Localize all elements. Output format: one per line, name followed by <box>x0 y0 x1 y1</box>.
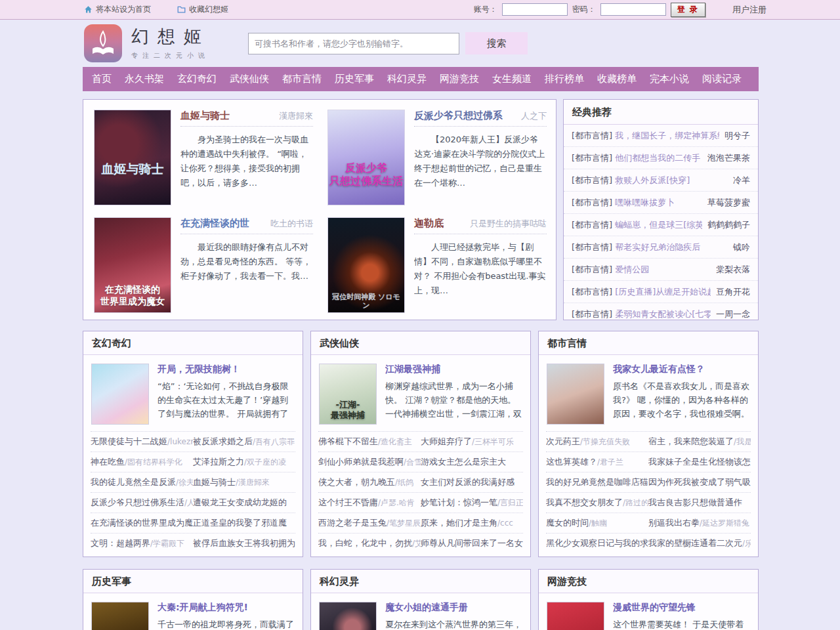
book-title-link[interactable]: 血姬与骑士 <box>180 110 230 122</box>
category-heading-link[interactable]: 武侠仙侠 <box>311 331 530 355</box>
book-link[interactable]: 我的好兄弟竟然是咖啡店猫 <box>546 476 648 488</box>
book-link[interactable]: 侠之大者，朝九晚五/纸鸽 <box>318 476 421 488</box>
site-logo[interactable] <box>84 24 122 62</box>
book-cover[interactable]: 在充满怪谈的 世界里成为魔女 <box>94 217 171 313</box>
book-title-link[interactable]: 我，继国长子，绑定神算系统 <box>615 130 719 142</box>
book-title-link[interactable]: 嘿咻嘿咻拔萝卜 <box>615 197 702 209</box>
book-cover[interactable]: 冠位时间神殿 ソロモン <box>327 217 405 313</box>
nav-item[interactable]: 科幻灵异 <box>381 67 433 91</box>
book-link[interactable]: 无限使徒与十二战姬/lukezrc <box>91 436 193 448</box>
book-link[interactable]: 因为作死我被变成了弱气吸 <box>648 476 751 488</box>
book-category: [都市言情] <box>572 152 612 164</box>
book-title-link[interactable]: 帮老实好兄弟治隐疾后 <box>615 242 728 253</box>
book-link[interactable]: 遭银龙王女变成幼龙姬的 <box>193 497 295 509</box>
book-cover[interactable]: 反派少爷 只想过佛系生活 <box>327 110 405 205</box>
book-link[interactable]: 反派少爷只想过佛系生活/人 <box>91 497 193 509</box>
book-link[interactable]: 我真不想交女朋友了/路过的 <box>546 497 648 509</box>
book-link[interactable]: 这也算英雄？/君子兰 <box>546 456 648 468</box>
book-cover[interactable]: 血姬与骑士 <box>94 110 171 205</box>
book-link[interactable]: 我家妹子全是生化怪物该怎 <box>648 456 751 468</box>
nav-item[interactable]: 女生频道 <box>486 67 538 91</box>
book-link[interactable]: 别逼我出右拳/延达罗斯猎兔 <box>648 517 751 529</box>
book-cover[interactable]: -江湖- 最强神捕 <box>319 364 377 425</box>
book-title-link[interactable]: 蝙蝠崽，但是球三[综英美] <box>615 219 702 231</box>
book-link[interactable]: 我家的壁橱连通着二次元/乐 <box>648 537 751 549</box>
book-link[interactable]: 西游之老子是玉兔/笔梦星辰 <box>318 517 421 529</box>
book-cover[interactable] <box>91 364 149 425</box>
category-heading-link[interactable]: 科幻灵异 <box>311 570 530 593</box>
book-link[interactable]: 师尊从凡间带回来了一名女 <box>421 537 523 549</box>
book-link[interactable]: 我吉良吉影只想做普通作 <box>648 497 751 509</box>
book-link[interactable]: 血姬与骑士/漢唐歸來 <box>193 476 295 488</box>
nav-item[interactable]: 都市言情 <box>276 67 328 91</box>
nav-item[interactable]: 排行榜单 <box>538 67 591 91</box>
book-title-link[interactable]: 我家女儿最近有点怪？ <box>613 364 750 375</box>
book-link[interactable]: 游戏女主怎么是宗主大 <box>421 456 523 468</box>
book-title-link[interactable]: 江湖最强神捕 <box>385 364 522 375</box>
book-cover[interactable]: 漫威世界的 守望先锋 <box>547 602 604 630</box>
book-title-link[interactable]: 反派少爷只想过佛系 <box>414 110 503 122</box>
bookmark-site-link[interactable]: 收藏幻想姬 <box>177 4 228 15</box>
book-title-link[interactable]: 开局，无限技能树！ <box>158 364 295 375</box>
book-link[interactable]: 黑化少女观察日记与我的求 <box>546 537 648 549</box>
book-title-link[interactable]: 在充满怪谈的世 <box>180 217 249 230</box>
password-input[interactable] <box>600 3 666 16</box>
category-panel: 都市言情 我家女儿最近有点怪？ 原书名《不是喜欢我女儿，而是喜欢我?》 嗯，你懂… <box>538 331 759 557</box>
nav-item[interactable]: 完本小说 <box>643 67 696 91</box>
account-input[interactable] <box>502 3 568 16</box>
book-title: 无限使徒与十二战姬 <box>91 436 167 446</box>
nav-item[interactable]: 武侠仙侠 <box>223 67 276 91</box>
nav-item[interactable]: 永久书架 <box>118 67 171 91</box>
book-link[interactable]: 大师姐弃疗了/三杯半可乐 <box>421 436 523 448</box>
book-list-row: 我的徒儿竟然全是反派/徐夫 血姬与骑士/漢唐歸來 <box>91 472 295 492</box>
register-link[interactable]: 用户注册 <box>732 4 766 16</box>
book-link[interactable]: 我的徒儿竟然全是反派/徐夫 <box>91 476 193 488</box>
category-featured-book: 开局，无限技能树！ “焰”：‘无论如何，不挑战自身极限的生命实在太过太无趣了！’… <box>83 355 303 431</box>
cover-title-text: -江湖- 最强神捕 <box>321 400 375 421</box>
nav-item[interactable]: 收藏榜单 <box>591 67 643 91</box>
nav-item[interactable]: 历史军事 <box>328 67 381 91</box>
book-title-link[interactable]: 迦勒底 <box>414 217 444 230</box>
book-cover[interactable]: 大秦:开局 献上狗符咒 <box>91 602 149 630</box>
book-title-link[interactable]: 漫威世界的守望先锋 <box>613 602 750 614</box>
book-cover[interactable] <box>547 364 604 425</box>
book-link[interactable]: 剑仙小师弟就是我惹啊/合雪 <box>318 456 421 468</box>
book-title-link[interactable]: 柔弱知青女配被读心[七零] <box>615 308 711 320</box>
book-link[interactable]: 被反派求婚之后/吾有八宗罪 <box>193 436 295 448</box>
book-link[interactable]: 宿主，我来陪您装逼了/我是 <box>648 436 751 448</box>
book-title-link[interactable]: 他们都想当我的二传手 <box>615 152 702 164</box>
book-link[interactable]: 这个纣王不昏庸/卢瑟.哈肯 <box>318 497 421 509</box>
nav-item[interactable]: 首页 <box>85 67 118 91</box>
book-title-link[interactable]: [历史直播]从缠足开始说起 <box>615 286 711 298</box>
book-title-link[interactable]: 魔女小姐的速通手册 <box>385 602 522 614</box>
category-heading-link[interactable]: 历史军事 <box>83 570 303 593</box>
book-link[interactable]: 原来，她们才是主角/ccc <box>421 517 523 529</box>
book-link[interactable]: 妙笔计划：惊鸿一笔/言归正 <box>421 497 523 509</box>
book-link[interactable]: 我，白蛇，化龙中，勿扰/艾 <box>318 537 421 549</box>
book-description: 原书名《不是喜欢我女儿，而是喜欢我?》 嗯，你懂的，因为各种各样的原因，要改个名… <box>613 380 750 421</box>
book-link[interactable]: 佛爷棍下不留生/造化斋主 <box>318 436 421 448</box>
book-link[interactable]: 在充满怪谈的世界里成为魔 <box>91 517 193 529</box>
category-heading-link[interactable]: 玄幻奇幻 <box>83 331 303 355</box>
book-link[interactable]: 艾泽拉斯之力/双子座的凌 <box>193 456 295 468</box>
book-title-link[interactable]: 救赎人外反派[快穿] <box>615 175 728 186</box>
book-link[interactable]: 魔女的时间/触幽 <box>546 517 648 529</box>
login-button[interactable]: 登 录 <box>671 3 705 17</box>
book-link[interactable]: 被俘后血族女王将我初拥为 <box>193 537 295 549</box>
nav-item[interactable]: 玄幻奇幻 <box>171 67 223 91</box>
search-button[interactable]: 搜索 <box>465 32 528 54</box>
set-homepage-link[interactable]: 将本站设为首页 <box>84 4 151 15</box>
nav-item[interactable]: 网游竞技 <box>433 67 486 91</box>
book-title-link[interactable]: 爱情公园 <box>615 264 711 276</box>
book-title-link[interactable]: 大秦:开局献上狗符咒! <box>158 602 295 614</box>
book-cover[interactable] <box>319 602 377 630</box>
category-heading-link[interactable]: 都市言情 <box>539 331 758 355</box>
book-link[interactable]: 女主们对反派的我满好感 <box>421 476 523 488</box>
book-link[interactable]: 神在吃鱼/固有结界科学化 <box>91 456 193 468</box>
search-input[interactable] <box>248 33 459 54</box>
nav-item[interactable]: 阅读记录 <box>696 67 748 91</box>
book-link[interactable]: 正道圣皇的我娶了邪道魔 <box>193 517 295 529</box>
book-link[interactable]: 文明：超越两界/学霸殿下 <box>91 537 193 549</box>
book-link[interactable]: 次元药王/节操充值失败 <box>546 436 648 448</box>
category-heading-link[interactable]: 网游竞技 <box>539 570 758 593</box>
